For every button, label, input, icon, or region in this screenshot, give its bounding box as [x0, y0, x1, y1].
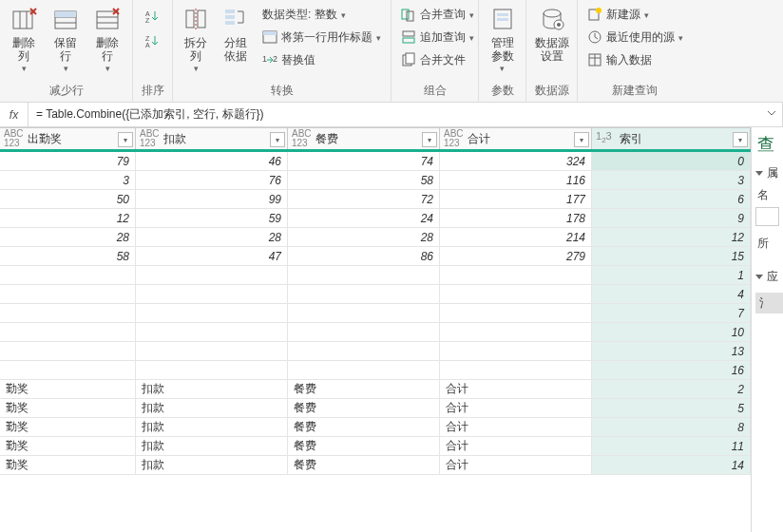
- all-properties-link[interactable]: 所: [752, 228, 783, 254]
- cell-c3[interactable]: 合计: [440, 418, 592, 436]
- table-row[interactable]: 4: [0, 285, 751, 304]
- column-header-c3[interactable]: ABC 123 合计 ▾: [440, 127, 592, 149]
- table-row[interactable]: 58478627915: [0, 247, 751, 266]
- recent-sources-button[interactable]: 最近使用的源▾: [583, 27, 687, 48]
- cell-c0[interactable]: 79: [0, 152, 136, 170]
- filter-dropdown-icon[interactable]: ▾: [270, 132, 285, 147]
- table-row[interactable]: 7946743240: [0, 152, 751, 171]
- table-row[interactable]: 勤奖扣款餐费合计8: [0, 418, 751, 437]
- cell-c4[interactable]: 0: [592, 152, 751, 170]
- table-row[interactable]: 376581163: [0, 171, 751, 190]
- cell-c3[interactable]: [440, 323, 592, 341]
- cell-c1[interactable]: 扣款: [136, 418, 288, 436]
- cell-c4[interactable]: 4: [592, 285, 751, 303]
- split-column-button[interactable]: 拆分 列 ▾: [179, 2, 213, 73]
- table-row[interactable]: 13: [0, 342, 751, 361]
- cell-c3[interactable]: [440, 266, 592, 284]
- cell-c4[interactable]: 1: [592, 266, 751, 284]
- cell-c2[interactable]: [288, 323, 440, 341]
- table-row[interactable]: 16: [0, 361, 751, 380]
- applied-steps-section[interactable]: 应: [752, 265, 783, 289]
- cell-c3[interactable]: [440, 361, 592, 379]
- remove-rows-button[interactable]: 删除 行 ▾: [89, 2, 125, 73]
- formula-input[interactable]: = Table.Combine({已添加索引, 空行, 标题行}): [29, 103, 783, 126]
- cell-c2[interactable]: [288, 361, 440, 379]
- table-row[interactable]: 1: [0, 266, 751, 285]
- cell-c1[interactable]: [136, 304, 288, 322]
- cell-c1[interactable]: 扣款: [136, 380, 288, 398]
- keep-rows-button[interactable]: 保留 行 ▾: [48, 2, 84, 73]
- cell-c1[interactable]: 28: [136, 228, 288, 246]
- cell-c1[interactable]: 扣款: [136, 399, 288, 417]
- cell-c0[interactable]: 勤奖: [0, 380, 136, 398]
- cell-c2[interactable]: 24: [288, 209, 440, 227]
- cell-c3[interactable]: 116: [440, 171, 592, 189]
- table-row[interactable]: 勤奖扣款餐费合计14: [0, 456, 751, 475]
- sort-desc-button[interactable]: ZA: [145, 30, 161, 51]
- cell-c3[interactable]: [440, 304, 592, 322]
- applied-step[interactable]: 氵: [755, 293, 783, 314]
- cell-c0[interactable]: [0, 304, 136, 322]
- cell-c0[interactable]: 28: [0, 228, 136, 246]
- table-row[interactable]: 勤奖扣款餐费合计5: [0, 399, 751, 418]
- cell-c0[interactable]: [0, 361, 136, 379]
- cell-c0[interactable]: [0, 323, 136, 341]
- datasource-settings-button[interactable]: 数据源 设置: [532, 2, 571, 63]
- use-first-row-header-button[interactable]: 将第一行用作标题▾: [258, 27, 385, 48]
- cell-c2[interactable]: 餐费: [288, 437, 440, 455]
- cell-c0[interactable]: 12: [0, 209, 136, 227]
- cell-c1[interactable]: 46: [136, 152, 288, 170]
- cell-c4[interactable]: 5: [592, 399, 751, 417]
- filter-dropdown-icon[interactable]: ▾: [733, 132, 748, 147]
- cell-c3[interactable]: 合计: [440, 437, 592, 455]
- cell-c0[interactable]: 3: [0, 171, 136, 189]
- cell-c0[interactable]: 勤奖: [0, 456, 136, 474]
- column-header-c2[interactable]: ABC 123 餐费 ▾: [288, 127, 440, 149]
- cell-c0[interactable]: 58: [0, 247, 136, 265]
- cell-c2[interactable]: [288, 342, 440, 360]
- append-queries-button[interactable]: 追加查询▾: [397, 27, 478, 48]
- manage-parameters-button[interactable]: 管理 参数 ▾: [485, 2, 520, 73]
- table-row[interactable]: 7: [0, 304, 751, 323]
- cell-c3[interactable]: 279: [440, 247, 592, 265]
- cell-c4[interactable]: 12: [592, 228, 751, 246]
- cell-c2[interactable]: 餐费: [288, 399, 440, 417]
- cell-c2[interactable]: 74: [288, 152, 440, 170]
- new-source-button[interactable]: 新建源▾: [583, 4, 687, 25]
- cell-c2[interactable]: 72: [288, 190, 440, 208]
- filter-dropdown-icon[interactable]: ▾: [118, 132, 133, 147]
- combine-files-button[interactable]: 合并文件: [397, 49, 478, 70]
- filter-dropdown-icon[interactable]: ▾: [574, 132, 589, 147]
- cell-c3[interactable]: 214: [440, 228, 592, 246]
- cell-c4[interactable]: 11: [592, 437, 751, 455]
- column-header-c4[interactable]: 123 索引 ▾: [592, 127, 751, 149]
- cell-c2[interactable]: 28: [288, 228, 440, 246]
- cell-c3[interactable]: [440, 342, 592, 360]
- cell-c0[interactable]: 勤奖: [0, 418, 136, 436]
- cell-c3[interactable]: [440, 285, 592, 303]
- properties-section[interactable]: 属: [752, 162, 783, 185]
- cell-c1[interactable]: 47: [136, 247, 288, 265]
- cell-c3[interactable]: 合计: [440, 399, 592, 417]
- cell-c2[interactable]: [288, 266, 440, 284]
- cell-c1[interactable]: 扣款: [136, 437, 288, 455]
- cell-c2[interactable]: 餐费: [288, 380, 440, 398]
- name-input[interactable]: [755, 207, 779, 226]
- merge-queries-button[interactable]: 合并查询▾: [397, 4, 478, 25]
- replace-values-button[interactable]: 12 替换值: [258, 49, 385, 70]
- cell-c4[interactable]: 2: [592, 380, 751, 398]
- cell-c1[interactable]: 76: [136, 171, 288, 189]
- cell-c0[interactable]: [0, 266, 136, 284]
- cell-c3[interactable]: 合计: [440, 380, 592, 398]
- cell-c4[interactable]: 9: [592, 209, 751, 227]
- cell-c4[interactable]: 16: [592, 361, 751, 379]
- enter-data-button[interactable]: 输入数据: [583, 49, 687, 70]
- table-row[interactable]: 勤奖扣款餐费合计2: [0, 380, 751, 399]
- cell-c0[interactable]: 勤奖: [0, 437, 136, 455]
- column-header-c0[interactable]: ABC 123 出勤奖 ▾: [0, 127, 136, 149]
- group-by-button[interactable]: 分组 依据: [219, 2, 253, 63]
- table-row[interactable]: 28282821412: [0, 228, 751, 247]
- cell-c2[interactable]: 餐费: [288, 456, 440, 474]
- cell-c3[interactable]: 177: [440, 190, 592, 208]
- cell-c4[interactable]: 3: [592, 171, 751, 189]
